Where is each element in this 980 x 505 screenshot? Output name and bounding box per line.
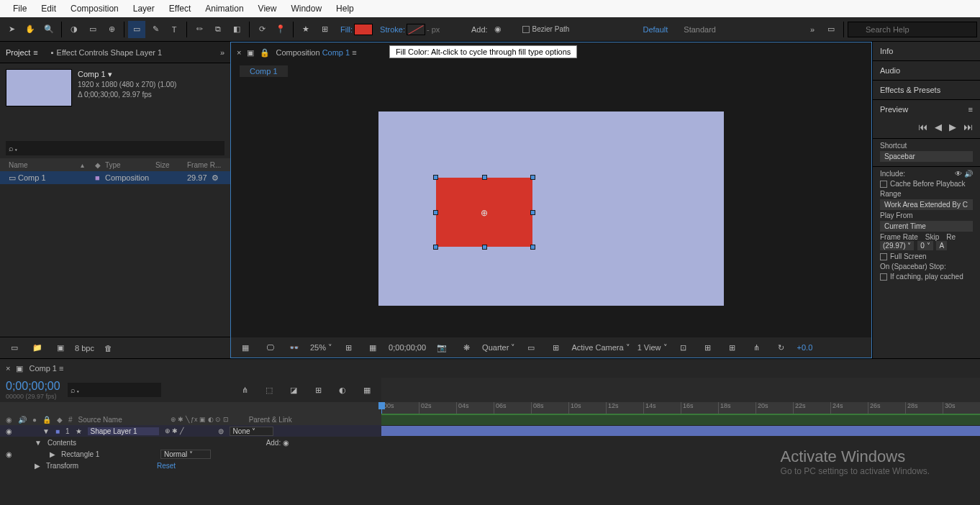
col-size[interactable]: Size: [155, 161, 187, 169]
twirl-right-icon[interactable]: ▶: [50, 450, 55, 458]
loop-icon[interactable]: 👁: [955, 170, 962, 178]
panel-icon[interactable]: ▭: [822, 21, 840, 38]
composition-thumbnail[interactable]: [6, 69, 72, 106]
tab-project[interactable]: Project ≡: [6, 48, 38, 57]
menu-edit[interactable]: Edit: [34, 1, 63, 16]
roto-tool-icon[interactable]: ⟳: [253, 21, 271, 38]
res-dropdown[interactable]: A: [936, 241, 947, 250]
pan-behind-tool-icon[interactable]: ⊕: [103, 21, 120, 38]
comp-subtab[interactable]: Comp 1: [240, 65, 288, 77]
puppet-tool-icon[interactable]: 📍: [272, 21, 289, 38]
menu-help[interactable]: Help: [329, 1, 361, 16]
menu-effect[interactable]: Effect: [162, 1, 198, 16]
close-timeline-icon[interactable]: ×: [6, 364, 10, 373]
flowchart-icon[interactable]: ⋔: [748, 339, 766, 356]
roi-icon[interactable]: ⊞: [340, 339, 357, 356]
brush-tool-icon[interactable]: ✏: [191, 21, 208, 38]
menu-window[interactable]: Window: [283, 1, 329, 16]
panel-info[interactable]: Info: [873, 42, 980, 60]
project-search-input[interactable]: ⌕▾: [6, 141, 224, 155]
exposure-value[interactable]: +0.0: [797, 343, 813, 352]
panel-overflow-icon[interactable]: »: [220, 48, 224, 57]
current-time[interactable]: 0;00;00;00: [389, 343, 426, 352]
workspace-standard[interactable]: Standard: [684, 25, 716, 34]
region-icon[interactable]: ▭: [522, 339, 540, 356]
camera-dropdown[interactable]: Active Camera ˅: [571, 343, 630, 352]
tab-effect-controls[interactable]: ▪ Effect Controls Shape Layer 1: [51, 48, 162, 57]
preview-menu-icon[interactable]: ≡: [968, 105, 973, 114]
layer-row[interactable]: ◉ ▼ ■ 1 ★ Shape Layer 1 ⊕ ✱ ╱ ⊚ None ˅: [0, 425, 381, 437]
shortcut-dropdown[interactable]: Spacebar: [880, 151, 973, 162]
close-tab-icon[interactable]: ×: [237, 48, 241, 57]
frame-blend-icon[interactable]: ⊞: [309, 381, 327, 399]
eraser-tool-icon[interactable]: ◧: [228, 21, 245, 38]
contents-row[interactable]: ▼ Contents Add: ◉: [0, 437, 381, 448]
type-tool-icon[interactable]: T: [165, 21, 183, 38]
monitor-icon[interactable]: 🖵: [261, 339, 278, 356]
bpc-setting[interactable]: 8 bpc: [75, 344, 94, 352]
handle-tc[interactable]: [482, 175, 487, 180]
first-frame-icon[interactable]: ⏮: [918, 122, 927, 132]
stroke-color-swatch[interactable]: [407, 24, 425, 35]
playfrom-dropdown[interactable]: Current Time: [880, 221, 973, 232]
col-parent-link[interactable]: Parent & Link: [249, 416, 292, 424]
search-help-input[interactable]: [848, 22, 977, 37]
panel-audio[interactable]: Audio: [873, 61, 980, 80]
parent-dropdown[interactable]: None ˅: [230, 427, 274, 436]
fast-preview-icon[interactable]: ⊞: [699, 339, 717, 356]
pixel-ratio-icon[interactable]: ⊡: [675, 339, 692, 356]
overflow-icon[interactable]: »: [804, 21, 821, 38]
add-dropdown-icon[interactable]: ◉: [489, 21, 507, 38]
channel-icon[interactable]: ❋: [458, 339, 475, 356]
resolution-dropdown[interactable]: Quarter ˅: [482, 343, 515, 352]
composition-viewer[interactable]: ⊕: [231, 80, 871, 337]
label-column-icon[interactable]: ◆: [57, 416, 63, 424]
ifcaching-checkbox[interactable]: If caching, play cached: [880, 273, 973, 281]
menu-file[interactable]: File: [6, 1, 34, 16]
grid-icon[interactable]: ⊞: [316, 21, 333, 38]
eye-column-icon[interactable]: ◉: [6, 416, 12, 424]
handle-br[interactable]: [530, 245, 535, 250]
stroke-label[interactable]: Stroke:: [380, 25, 405, 34]
guide-icon[interactable]: ⊞: [547, 339, 564, 356]
anchor-point-icon[interactable]: ⊕: [480, 208, 489, 217]
timeline-search[interactable]: ⌕▾: [68, 383, 161, 397]
graph-editor-icon[interactable]: ▦: [358, 381, 376, 399]
last-frame-icon[interactable]: ⏭: [963, 122, 973, 132]
pen-tool-icon[interactable]: ✎: [147, 21, 164, 38]
composition-canvas[interactable]: ⊕: [378, 112, 724, 306]
panel-preview[interactable]: Preview≡: [873, 100, 980, 119]
twirl-right-icon[interactable]: ▶: [35, 462, 40, 470]
reset-button[interactable]: Reset: [157, 462, 176, 470]
reset-exposure-icon[interactable]: ↻: [773, 339, 790, 356]
col-framerate[interactable]: Frame R...: [187, 161, 221, 169]
comp-mini-flowchart-icon[interactable]: ⋔: [236, 381, 253, 399]
col-name[interactable]: Name: [9, 161, 81, 169]
eye-toggle-icon[interactable]: ◉: [6, 427, 12, 435]
comp-name[interactable]: Comp 1 ▾: [78, 69, 176, 80]
rectangle-tool-icon[interactable]: ▭: [128, 21, 145, 38]
stroke-width-input[interactable]: [427, 25, 448, 34]
clone-tool-icon[interactable]: ⧉: [209, 21, 227, 38]
current-timecode[interactable]: 0;00;00;00: [6, 380, 60, 393]
prev-frame-icon[interactable]: ◀: [935, 122, 942, 132]
fill-label[interactable]: Fill:: [340, 25, 353, 34]
col-source-name[interactable]: Source Name: [78, 416, 165, 424]
interpret-footage-icon[interactable]: ▭: [6, 340, 23, 357]
twirl-icon[interactable]: ▼: [42, 427, 50, 435]
comp-tab[interactable]: Composition Comp 1 ≡: [276, 48, 356, 57]
new-comp-icon[interactable]: ▣: [52, 340, 69, 357]
handle-bc[interactable]: [482, 245, 487, 250]
menu-composition[interactable]: Composition: [63, 1, 126, 16]
snapshot-icon[interactable]: 📷: [433, 339, 450, 356]
handle-bl[interactable]: [433, 245, 438, 250]
add-button-icon[interactable]: ◉: [283, 439, 289, 447]
handle-tr[interactable]: [530, 175, 535, 180]
mask-icon[interactable]: 👓: [286, 339, 303, 356]
selection-tool-icon[interactable]: ➤: [3, 21, 20, 38]
rectangle-row[interactable]: ◉ ▶ Rectangle 1 Normal ˅: [0, 448, 381, 460]
transform-row[interactable]: ▶ Transform Reset: [0, 460, 381, 471]
range-dropdown[interactable]: Work Area Extended By C: [880, 199, 973, 210]
trash-icon[interactable]: 🗑: [100, 340, 117, 357]
project-item-comp1[interactable]: ▭ Comp 1 ■ Composition 29.97 ⚙: [0, 171, 230, 184]
